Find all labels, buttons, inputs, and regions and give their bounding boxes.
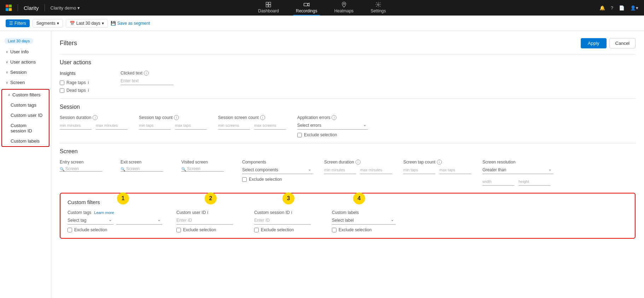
session-duration-min-input[interactable] [60,121,92,130]
screen-duration-info-icon[interactable]: i [356,160,361,165]
main-layout: Last 30 days ∨ User info ∨ User actions … [0,31,644,298]
sidebar-item-screen[interactable]: ∨ Screen [0,77,51,88]
session-tap-info-icon[interactable]: i [174,115,179,120]
sidebar-item-custom-tags[interactable]: Custom tags [2,100,49,110]
nav-item-heatmaps[interactable]: Heatmaps [332,0,357,16]
entry-screen-label: Entry screen [60,160,109,165]
session-tap-count-group: Session tap count i [139,115,207,137]
help-icon[interactable]: ? [611,5,613,11]
custom-tag-select[interactable]: Select tag [68,216,113,225]
session-tap-max-input[interactable] [175,121,207,130]
components-exclude-checkbox[interactable] [242,177,247,182]
rage-taps-info-icon[interactable]: i [88,80,89,85]
sidebar-label: Custom session ID [11,123,43,133]
screen-resolution-select[interactable]: Greater than [482,166,553,174]
segments-button[interactable]: Segments ▾ [33,19,63,28]
screen-dur-min-input[interactable] [324,166,356,174]
custom-filters-grid: 1 Custom tags Learn more Select tag [68,210,628,232]
project-name: Clarity demo [51,5,76,11]
filters-pill[interactable]: ☰ Filters [6,19,30,27]
session-duration-label: Session duration i [60,115,128,120]
clicked-text-info-icon[interactable]: i [144,71,149,76]
nav-label-dashboard: Dashboard [258,8,279,13]
custom-tags-exclude-checkbox[interactable] [68,228,72,232]
app-errors-exclude-checkbox[interactable] [297,133,302,137]
components-label: Components [242,160,313,165]
screen-tap-max-input[interactable] [439,166,471,174]
components-select[interactable]: Select components [242,166,313,174]
visited-screen-input[interactable] [181,166,224,172]
session-screen-min-input[interactable] [218,121,250,130]
custom-labels-select-wrapper: Select label [332,216,396,225]
screen-dur-min [324,166,356,174]
docs-icon[interactable]: 📄 [619,5,625,11]
learn-more-link[interactable]: Learn more [94,210,114,215]
exit-screen-input[interactable] [121,166,163,172]
custom-tag-value-select[interactable] [116,216,162,225]
project-selector[interactable]: Clarity demo ▾ [51,5,80,11]
rage-taps-checkbox[interactable] [60,81,64,85]
custom-labels-exclude-checkbox[interactable] [332,228,336,232]
sidebar-item-custom-session-id[interactable]: Custom session ID [2,120,49,136]
custom-labels-select[interactable]: Select label [332,216,396,225]
custom-user-id-input[interactable] [176,216,233,225]
session-screen-max-input[interactable] [254,121,286,130]
sidebar-item-custom-labels[interactable]: Custom labels [2,136,49,146]
resolution-width-input[interactable] [482,178,514,186]
nav-item-recordings[interactable]: Recordings [293,0,320,16]
resolution-height-input[interactable] [519,178,550,186]
sidebar-item-user-actions[interactable]: ∨ User actions [0,57,51,67]
chevron-icon: ∨ [6,70,8,74]
screen-tap-count-label: Screen tap count i [403,160,471,165]
sidebar-label: User info [10,49,29,54]
cancel-button[interactable]: Cancel [609,38,636,48]
entry-screen-input[interactable] [60,166,102,172]
svg-rect-1 [269,2,271,4]
components-exclude-label: Exclude selection [249,177,282,182]
segments-label: Segments [36,21,55,26]
date-range-button[interactable]: 📅 Last 30 days ▾ [66,19,108,28]
svg-rect-2 [266,5,268,7]
session-duration-info-icon[interactable]: i [93,115,98,120]
step-badge-3: 3 [282,192,294,204]
custom-session-id-label: Custom session ID i [254,210,318,215]
sidebar-item-session[interactable]: ∨ Session [0,67,51,77]
rage-taps-label: Rage taps [66,80,86,85]
sidebar-item-custom-filters[interactable]: ∧ Custom filters [2,90,49,100]
screen-count-info-icon[interactable]: i [260,115,265,120]
session-duration-max-input[interactable] [96,121,128,130]
account-icon[interactable]: 👤▾ [630,5,638,11]
custom-session-id-input[interactable] [254,216,311,225]
app-errors-select[interactable]: Select errors [297,121,368,130]
screen-duration-label: Screen duration i [324,160,392,165]
sidebar-item-user-info[interactable]: ∨ User info [0,47,51,57]
app-errors-info-icon[interactable]: i [332,115,336,120]
resolution-height [519,178,550,186]
screen-tap-min-input[interactable] [403,166,435,174]
custom-user-id-info-icon[interactable]: i [207,210,208,215]
nav-item-dashboard[interactable]: Dashboard [255,0,282,16]
custom-session-id-exclude-checkbox[interactable] [254,228,259,232]
screen-tap-info-icon[interactable]: i [437,160,442,165]
apply-button[interactable]: Apply [581,38,607,48]
save-icon: 💾 [111,21,116,26]
chevron-icon: ∨ [6,81,8,84]
nav-item-settings[interactable]: Settings [368,0,388,16]
dead-taps-info-icon[interactable]: i [88,88,89,93]
custom-labels-exclude-label: Exclude selection [339,227,371,232]
custom-tags-inputs: Select tag [68,216,162,225]
custom-session-id-info-icon[interactable]: i [291,210,292,215]
svg-rect-3 [269,5,271,7]
screen-dur-max [360,166,392,174]
clicked-text-input[interactable] [121,77,174,85]
notifications-icon[interactable]: 🔔 [599,5,605,11]
dead-taps-checkbox[interactable] [60,88,64,93]
dead-taps-label: Dead taps [66,88,86,93]
resolution-width [482,178,514,186]
session-screen-count-group: Session screen count i [218,115,286,137]
sidebar-item-custom-user-id[interactable]: Custom user ID [2,110,49,120]
save-as-segment-button[interactable]: 💾 Save as segment [111,21,150,26]
screen-dur-max-input[interactable] [360,166,392,174]
custom-user-id-exclude-checkbox[interactable] [176,228,181,232]
session-tap-min-input[interactable] [139,121,171,130]
